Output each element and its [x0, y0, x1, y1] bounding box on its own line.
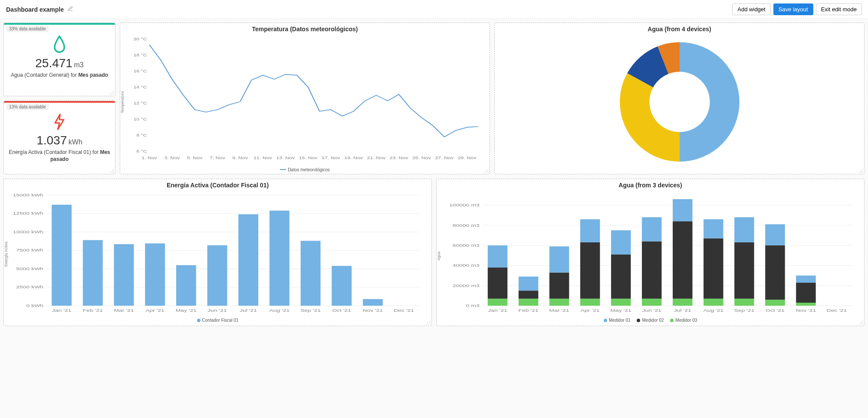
energy-bar-legend: Contador Fiscal 01	[4, 317, 431, 326]
svg-text:5. Nov: 5. Nov	[187, 155, 203, 160]
svg-text:5000 kWh: 5000 kWh	[16, 267, 43, 271]
kpi-water-widget[interactable]: 33% data available 25.471 m3 Agua (Conta…	[3, 23, 115, 96]
resize-handle-icon[interactable]	[484, 169, 489, 173]
add-widget-button[interactable]: Add widget	[732, 3, 770, 15]
svg-rect-96	[642, 217, 661, 242]
kpi-energy-accent	[4, 101, 115, 103]
kpi-water-metric: Agua (Contador General)	[11, 72, 69, 78]
svg-rect-78	[519, 299, 538, 306]
kpi-energy-availability-badge: 13% data available	[7, 104, 49, 110]
svg-rect-76	[488, 245, 507, 268]
svg-text:Aug '21: Aug '21	[270, 308, 290, 313]
svg-rect-79	[519, 291, 538, 299]
svg-text:Oct '21: Oct '21	[332, 308, 351, 313]
temperature-chart-widget[interactable]: Temperatura (Datos meteorológicos) Tempe…	[120, 23, 490, 174]
svg-rect-104	[704, 219, 723, 238]
svg-text:0 m3: 0 m3	[466, 304, 480, 308]
kpi-energy-widget[interactable]: 13% data available 1.037 kWh Energía Act…	[3, 101, 115, 174]
svg-point-23	[649, 72, 710, 132]
energy-y-axis-title: Energía Activa	[4, 242, 8, 267]
exit-edit-button[interactable]: Exit edit mode	[816, 3, 862, 15]
svg-rect-98	[673, 299, 692, 306]
svg-rect-95	[642, 242, 661, 299]
svg-rect-56	[332, 266, 352, 306]
svg-text:Aug '21: Aug '21	[703, 308, 723, 313]
svg-text:21. Nov: 21. Nov	[367, 155, 386, 160]
kpi-energy-desc: Energía Activa (Contador Fiscal 01) for …	[4, 149, 115, 163]
svg-text:Feb '21: Feb '21	[83, 308, 103, 313]
temperature-legend: Datos meteorológicos	[120, 165, 490, 174]
svg-rect-46	[176, 265, 196, 306]
svg-rect-106	[734, 299, 754, 306]
kpi-water-value: 25.471	[35, 56, 72, 70]
temperature-series-label: Datos meteorológicos	[288, 167, 330, 172]
resize-handle-icon[interactable]	[110, 169, 114, 173]
svg-text:10 °C: 10 °C	[133, 117, 147, 121]
kpi-energy-metric: Energía Activa (Contador Fiscal 01)	[9, 149, 91, 155]
line-swatch	[280, 169, 286, 170]
svg-text:1. Nov: 1. Nov	[141, 155, 157, 160]
svg-text:Mar '21: Mar '21	[114, 308, 134, 313]
svg-rect-108	[734, 217, 754, 242]
svg-text:29. Nov: 29. Nov	[458, 155, 477, 160]
temperature-line-chart: 20 °C18 °C16 °C14 °C12 °C10 °C8 °C6 °C1.…	[125, 37, 484, 163]
svg-rect-87	[580, 242, 600, 299]
svg-rect-50	[238, 214, 258, 306]
svg-text:Jan '21: Jan '21	[488, 308, 507, 313]
svg-text:20 °C: 20 °C	[133, 37, 147, 41]
svg-text:Apr '21: Apr '21	[145, 308, 164, 313]
agua-pie-widget[interactable]: Agua (from 4 devices)	[494, 23, 865, 174]
agua-stacked-bar-title: Agua (from 3 devices)	[437, 179, 864, 191]
resize-handle-icon[interactable]	[110, 91, 114, 95]
agua-stacked-bar-widget[interactable]: Agua (from 3 devices) Agua 100000 m38000…	[436, 179, 865, 326]
svg-text:7500 kWh: 7500 kWh	[16, 248, 43, 252]
svg-text:16 °C: 16 °C	[133, 69, 147, 73]
svg-text:Jul '21: Jul '21	[240, 308, 257, 313]
svg-text:Oct '21: Oct '21	[766, 308, 785, 313]
svg-rect-88	[580, 219, 600, 242]
svg-text:6 °C: 6 °C	[136, 149, 147, 153]
save-layout-button[interactable]: Save layout	[773, 3, 813, 15]
kpi-water-for: for	[71, 72, 77, 78]
svg-text:2500 kWh: 2500 kWh	[16, 285, 43, 289]
swatch-icon	[670, 319, 674, 322]
svg-text:10000 kWh: 10000 kWh	[13, 230, 43, 234]
energy-bar-widget[interactable]: Energía Activa (Contador Fiscal 01) Ener…	[3, 179, 432, 326]
lightning-bolt-icon	[4, 113, 115, 132]
svg-rect-112	[765, 224, 785, 245]
svg-rect-86	[580, 299, 600, 306]
svg-text:Jan '21: Jan '21	[52, 308, 71, 313]
svg-text:12500 kWh: 12500 kWh	[13, 211, 43, 216]
kpi-water-value-row: 25.471 m3	[4, 56, 115, 70]
energy-bar-chart: 15000 kWh12500 kWh10000 kWh7500 kWh5000 …	[9, 193, 426, 314]
svg-text:9. Nov: 9. Nov	[232, 155, 248, 160]
agua-series-3-label: Medidor 03	[675, 318, 697, 323]
resize-handle-icon[interactable]	[859, 320, 863, 325]
svg-rect-80	[519, 277, 538, 291]
svg-rect-75	[488, 268, 507, 299]
resize-handle-icon[interactable]	[859, 169, 863, 173]
dashboard-board: 33% data available 25.471 m3 Agua (Conta…	[0, 19, 868, 334]
svg-text:20000 m3: 20000 m3	[453, 283, 480, 287]
edit-title-icon[interactable]	[67, 6, 73, 13]
kpi-energy-for: for	[92, 149, 99, 155]
svg-text:25. Nov: 25. Nov	[412, 155, 431, 160]
svg-rect-116	[796, 275, 815, 282]
svg-text:60000 m3: 60000 m3	[453, 243, 480, 247]
svg-text:3. Nov: 3. Nov	[164, 155, 180, 160]
svg-text:15000 kWh: 15000 kWh	[13, 193, 43, 197]
svg-rect-58	[363, 299, 383, 306]
kpi-energy-value-row: 1.037 kWh	[4, 134, 115, 147]
svg-text:Sep '21: Sep '21	[734, 308, 754, 313]
svg-text:Feb '21: Feb '21	[519, 308, 539, 313]
header-bar: Dashboard example Add widget Save layout…	[0, 0, 868, 19]
svg-rect-114	[796, 303, 815, 306]
agua-stacked-bar-legend: Medidor 01 Medidor 02 Medidor 03	[437, 317, 864, 326]
svg-text:Jul '21: Jul '21	[674, 308, 691, 313]
svg-text:Mar '21: Mar '21	[549, 308, 569, 313]
svg-rect-44	[145, 243, 165, 306]
svg-rect-115	[796, 283, 815, 303]
resize-handle-icon[interactable]	[426, 320, 431, 325]
svg-text:14 °C: 14 °C	[133, 85, 147, 89]
svg-text:Sep '21: Sep '21	[300, 308, 321, 313]
